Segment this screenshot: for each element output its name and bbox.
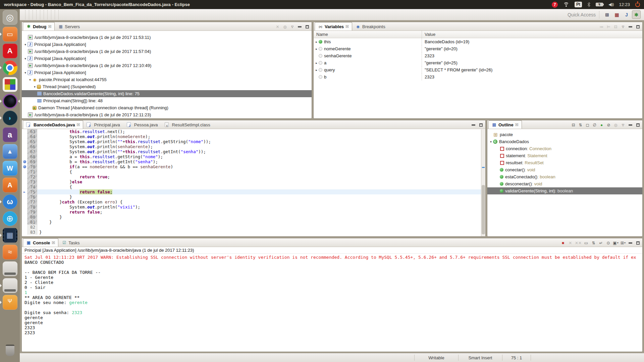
- code-line[interactable]: 83 }: [22, 230, 485, 235]
- clock[interactable]: 12:23: [619, 2, 630, 7]
- expander-icon[interactable]: ▾: [489, 140, 493, 143]
- code-line[interactable]: 72 return true;: [22, 174, 485, 179]
- editor-tab[interactable]: Pessoa.java ☒: [123, 120, 161, 129]
- notification-badge[interactable]: 7: [552, 2, 558, 8]
- code-line[interactable]: 79 return false;: [22, 209, 485, 215]
- editor-tab[interactable]: ResultSetImpl.class ☒: [161, 120, 214, 129]
- code-line[interactable]: 71 {: [22, 169, 485, 174]
- view-menu-icon[interactable]: ▽: [289, 24, 295, 29]
- code-line[interactable]: 66 System.out.println(senhaGerente);: [22, 144, 485, 149]
- line-number[interactable]: 77: [27, 199, 37, 204]
- gutter-marker[interactable]: [22, 159, 27, 164]
- gutter-marker[interactable]: [22, 209, 27, 215]
- hide-non-public-button[interactable]: ●: [599, 122, 604, 128]
- outline-row[interactable]: ▾ statement : Statement: [487, 152, 642, 159]
- outline-row[interactable]: ▾ validarGerente(String, int) : boolean: [487, 187, 642, 194]
- open-perspective-button[interactable]: ⊞: [603, 10, 611, 19]
- maximize-button[interactable]: [635, 24, 641, 29]
- line-number[interactable]: 81: [27, 220, 37, 225]
- launcher-writer-app[interactable]: [3, 161, 17, 176]
- code-line[interactable]: 80 }: [22, 215, 485, 220]
- perspective-debug-button[interactable]: ✱: [632, 10, 641, 19]
- launcher-paper-boat-app[interactable]: [3, 144, 17, 159]
- line-number[interactable]: 63: [27, 129, 37, 134]
- view-tab[interactable]: Breakpoints ☒: [352, 22, 389, 31]
- debug-tree-row[interactable]: ▾ /usr/lib/jvm/java-8-oracle/bin/java (1…: [22, 111, 312, 118]
- code-line[interactable]: 70 if(a == nomeGerente && b == senhaGere…: [22, 164, 485, 169]
- launcher-video-app[interactable]: [3, 228, 17, 243]
- code-line[interactable]: 77 }catch (Exception erro) {: [22, 199, 485, 204]
- maximize-button[interactable]: [478, 122, 484, 128]
- gutter-marker[interactable]: [22, 144, 27, 149]
- gutter-marker[interactable]: [22, 164, 27, 169]
- gutter-marker[interactable]: [22, 154, 27, 159]
- code-line[interactable]: 67 System.out.println(""+this.resultset.…: [22, 149, 485, 154]
- scrollbar-thumb[interactable]: [482, 185, 485, 234]
- volume-icon[interactable]: ◀))): [608, 2, 613, 7]
- variable-row[interactable]: ▸ nomeGerente "gerente" (id=20): [314, 45, 642, 52]
- launcher-messenger-app[interactable]: [3, 194, 17, 209]
- link-with-editor-button[interactable]: ◍: [613, 122, 619, 128]
- gutter-marker[interactable]: [22, 204, 27, 209]
- code-line[interactable]: 76 }: [22, 194, 485, 199]
- expander-icon[interactable]: ▸: [314, 40, 319, 44]
- variable-row[interactable]: ▸ this BancodeDados (id=19): [314, 38, 642, 45]
- close-tab-icon[interactable]: ☒: [77, 123, 80, 127]
- launcher-wifi-folder[interactable]: [3, 245, 17, 259]
- launcher-chrome[interactable]: [3, 60, 17, 75]
- debug-tree-row[interactable]: ▾ Principal [Java Application]: [22, 55, 312, 62]
- perspective-javaee-button[interactable]: ▦: [612, 10, 621, 19]
- expander-icon[interactable]: ▾: [23, 57, 28, 60]
- close-tab-icon[interactable]: ☒: [48, 24, 51, 29]
- quick-access-input[interactable]: Quick Access: [568, 12, 596, 17]
- minimize-button[interactable]: [628, 240, 633, 246]
- debug-tree-row[interactable]: ▾ /usr/lib/jvm/java-8-oracle/bin/java (1…: [22, 48, 312, 55]
- debug-tree-row[interactable]: ▾ Daemon Thread [Abandoned connection cl…: [22, 104, 312, 111]
- expander-icon[interactable]: ▸: [314, 61, 319, 65]
- debug-tree-row[interactable]: ▾ Principal [Java Application]: [22, 69, 312, 76]
- close-tab-icon[interactable]: ☒: [52, 241, 55, 245]
- outline-row[interactable]: ▾ estaConectado() : boolean: [487, 173, 642, 180]
- debug-tree-row[interactable]: ▾ Principal.main(String[]) line: 48: [22, 97, 312, 104]
- open-console-button[interactable]: ⊞ ▾: [620, 240, 626, 246]
- launcher-adobe-reader[interactable]: [3, 44, 17, 58]
- debug-tree-row[interactable]: ▾ pacote.Principal at localhost:44755: [22, 76, 312, 83]
- view-tab[interactable]: Tasks ☒: [58, 238, 83, 247]
- editor-tab[interactable]: BancodeDados.java ☒: [23, 120, 83, 129]
- code-line[interactable]: 65 System.out.println(""+this.resultset.…: [22, 139, 485, 144]
- pin-console-button[interactable]: ⊙ ▾: [605, 240, 611, 246]
- outline-row[interactable]: ▾ desconectar() : void: [487, 180, 642, 187]
- variable-row[interactable]: ▸ b 2323: [314, 73, 642, 80]
- line-number[interactable]: 80: [27, 215, 37, 220]
- debug-misc-button[interactable]: ◍: [282, 24, 288, 29]
- line-number[interactable]: 75: [27, 189, 37, 194]
- launcher-eclipse[interactable]: [3, 94, 17, 109]
- debug-tree-row[interactable]: ▾ Principal [Java Application]: [22, 41, 312, 48]
- gutter-marker[interactable]: [22, 139, 27, 144]
- expander-icon[interactable]: ▾: [23, 71, 28, 74]
- close-tab-icon[interactable]: ☒: [515, 123, 519, 127]
- view-tab[interactable]: Outline ☒: [488, 120, 522, 129]
- value-column-header[interactable]: Value: [422, 31, 642, 38]
- line-number[interactable]: 64: [27, 134, 37, 139]
- debug-tree-row[interactable]: ▾ /usr/lib/jvm/java-8-oracle/bin/java (1…: [22, 62, 312, 69]
- debug-tree-row[interactable]: ▾ Thread [main] (Suspended): [22, 83, 312, 90]
- line-number[interactable]: 70: [27, 164, 37, 169]
- insert-mode-status[interactable]: Smart Insert: [459, 355, 502, 360]
- code-line[interactable]: 81 }: [22, 220, 485, 225]
- gutter-marker[interactable]: [22, 149, 27, 154]
- battery-icon[interactable]: ↯: [596, 3, 603, 6]
- bluetooth-icon[interactable]: [587, 2, 590, 7]
- gutter-marker[interactable]: [22, 169, 27, 174]
- line-number[interactable]: 65: [27, 139, 37, 144]
- expander-icon[interactable]: ▾: [28, 78, 32, 81]
- code-line[interactable]: 64 System.out.println(nomeGerente);: [22, 134, 485, 139]
- variable-row[interactable]: ▸ query "SELECT * FROM gerente" (id=26): [314, 66, 642, 73]
- expander-icon[interactable]: ▸: [314, 47, 319, 51]
- line-number[interactable]: 72: [27, 174, 37, 179]
- maximize-button[interactable]: [635, 240, 641, 246]
- launcher-files[interactable]: [3, 27, 17, 42]
- launcher-trash[interactable]: [3, 343, 17, 358]
- close-tab-icon[interactable]: ☒: [345, 24, 349, 29]
- code-line[interactable]: 82: [22, 225, 485, 230]
